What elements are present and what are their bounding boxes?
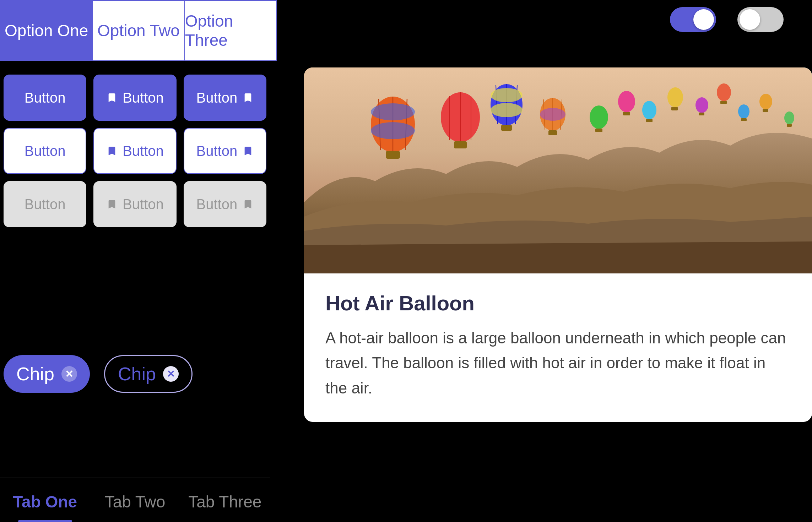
bookmark-icon-left-1 bbox=[106, 92, 118, 103]
button-outline-icon-right[interactable]: Button bbox=[184, 128, 266, 174]
toggles-container bbox=[670, 7, 784, 32]
svg-point-22 bbox=[618, 91, 635, 112]
tab-one[interactable]: Tab One bbox=[0, 485, 90, 522]
svg-point-30 bbox=[717, 83, 731, 101]
segment-option-3[interactable]: Option Three bbox=[185, 1, 276, 60]
svg-rect-19 bbox=[548, 130, 557, 135]
toggle-off[interactable] bbox=[737, 7, 784, 32]
button-row-filled: Button Button Button bbox=[0, 71, 270, 124]
segmented-control: Option One Option Two Option Three bbox=[0, 0, 277, 61]
svg-point-32 bbox=[738, 104, 749, 119]
bookmark-icon-right-2 bbox=[242, 145, 254, 157]
svg-rect-23 bbox=[623, 112, 630, 115]
chip-filled[interactable]: Chip ✕ bbox=[4, 355, 90, 393]
card: Hot Air Balloon A hot-air balloon is a l… bbox=[304, 67, 812, 422]
svg-rect-6 bbox=[454, 141, 467, 148]
svg-point-42 bbox=[371, 103, 415, 120]
card-description: A hot-air balloon is a large balloon und… bbox=[325, 326, 791, 401]
button-row-outline: Button Button Button bbox=[0, 124, 270, 178]
card-title: Hot Air Balloon bbox=[325, 291, 791, 315]
svg-point-11 bbox=[491, 88, 523, 102]
toggle-on[interactable] bbox=[670, 7, 716, 32]
chips-section: Chip ✕ Chip ✕ bbox=[0, 352, 196, 396]
svg-rect-31 bbox=[720, 101, 727, 104]
svg-rect-27 bbox=[671, 107, 678, 110]
buttons-section: Button Button Button Button Button Butto… bbox=[0, 71, 270, 231]
chip-filled-close[interactable]: ✕ bbox=[61, 366, 77, 382]
svg-point-43 bbox=[371, 122, 415, 139]
svg-point-18 bbox=[540, 108, 565, 121]
svg-rect-29 bbox=[699, 113, 704, 115]
button-outline-icon-left[interactable]: Button bbox=[93, 128, 176, 174]
svg-rect-21 bbox=[595, 129, 602, 132]
button-disabled-icon-left: Button bbox=[93, 181, 176, 227]
card-content: Hot Air Balloon A hot-air balloon is a l… bbox=[304, 273, 812, 422]
button-disabled-icon-right: Button bbox=[184, 181, 266, 227]
svg-rect-35 bbox=[763, 109, 768, 112]
chip-outline[interactable]: Chip ✕ bbox=[104, 355, 193, 393]
button-filled-icon-right[interactable]: Button bbox=[184, 75, 266, 121]
svg-point-24 bbox=[642, 101, 656, 119]
svg-point-12 bbox=[491, 103, 523, 117]
svg-point-36 bbox=[784, 112, 794, 124]
balloon-scene-svg bbox=[304, 67, 812, 273]
button-filled-no-icon[interactable]: Button bbox=[4, 75, 86, 121]
svg-point-34 bbox=[759, 94, 772, 109]
button-filled-icon-left[interactable]: Button bbox=[93, 75, 176, 121]
button-row-disabled: Button Button Button bbox=[0, 178, 270, 231]
bookmark-icon-left-2 bbox=[106, 145, 118, 157]
tab-two[interactable]: Tab Two bbox=[90, 485, 180, 522]
toggle-knob-off bbox=[740, 9, 760, 30]
svg-rect-13 bbox=[501, 125, 512, 131]
svg-rect-37 bbox=[787, 124, 792, 127]
segment-option-2[interactable]: Option Two bbox=[93, 1, 185, 60]
svg-rect-44 bbox=[386, 151, 400, 159]
button-disabled-no-icon: Button bbox=[4, 181, 86, 227]
tab-three[interactable]: Tab Three bbox=[180, 485, 270, 522]
bookmark-icon-right-3 bbox=[242, 199, 254, 210]
bookmark-icon-right-1 bbox=[242, 92, 254, 103]
svg-point-26 bbox=[667, 87, 683, 107]
svg-rect-25 bbox=[646, 119, 653, 122]
card-image bbox=[304, 67, 812, 273]
segment-option-1[interactable]: Option One bbox=[1, 1, 93, 60]
toggle-knob-on bbox=[693, 9, 714, 30]
tabs-section: Tab One Tab Two Tab Three bbox=[0, 478, 270, 522]
svg-point-20 bbox=[590, 105, 608, 129]
button-outline-no-icon[interactable]: Button bbox=[4, 128, 86, 174]
svg-point-28 bbox=[695, 97, 708, 113]
bookmark-icon-left-3 bbox=[106, 199, 118, 210]
svg-rect-33 bbox=[741, 118, 747, 121]
chip-outline-close[interactable]: ✕ bbox=[163, 366, 179, 382]
